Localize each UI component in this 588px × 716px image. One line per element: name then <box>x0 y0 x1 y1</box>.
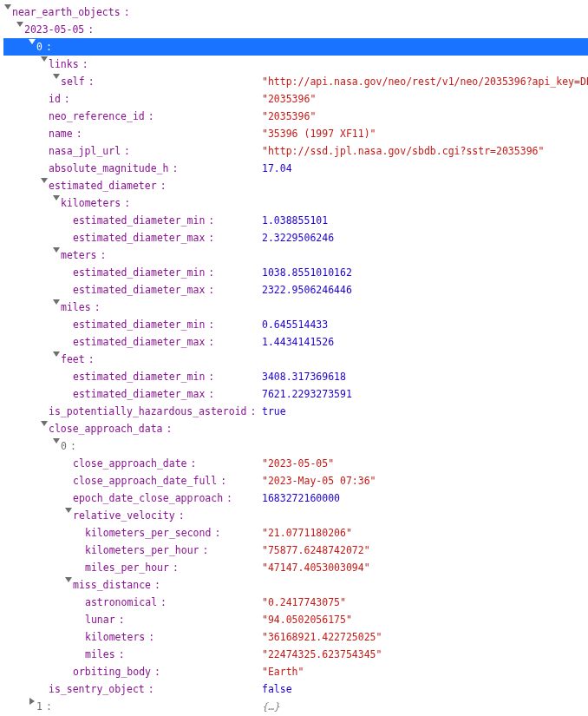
tree-row[interactable]: kilometers_per_hour:"75877.6248742072" <box>3 542 588 559</box>
colon: : <box>208 281 214 299</box>
tree-key[interactable]: near_earth_objects: <box>12 3 130 21</box>
tree-row[interactable]: estimated_diameter_max:2.3229506246 <box>3 229 588 246</box>
tree-row[interactable]: id:"2035396" <box>3 90 588 108</box>
tree-row[interactable]: kilometers_per_second:"21.0771180206" <box>3 524 588 542</box>
tree-key[interactable]: estimated_diameter_max: <box>73 385 214 403</box>
tree-key[interactable]: estimated_diameter_max: <box>73 333 214 351</box>
tree-key[interactable]: estimated_diameter_min: <box>73 316 214 333</box>
tree-key[interactable]: close_approach_date: <box>73 455 197 472</box>
tree-key[interactable]: kilometers_per_second: <box>85 524 220 542</box>
twisty-icon[interactable] <box>40 56 49 62</box>
twisty-icon[interactable] <box>52 194 61 201</box>
twisty-icon[interactable] <box>64 576 73 583</box>
twisty-icon[interactable] <box>52 437 61 444</box>
tree-key[interactable]: is_potentially_hazardous_asteroid: <box>49 403 256 420</box>
value-col: 1683272160000 <box>262 489 340 507</box>
tree-key[interactable]: miles: <box>61 299 101 316</box>
tree-row[interactable]: neo_reference_id:"2035396" <box>3 108 588 125</box>
tree-key[interactable]: kilometers: <box>61 194 130 212</box>
tree-row[interactable]: miss_distance: <box>3 576 588 594</box>
tree-row[interactable]: kilometers:"36168921.422725025" <box>3 628 588 646</box>
tree-key[interactable]: kilometers: <box>85 628 154 646</box>
tree-row[interactable]: meters: <box>3 246 588 264</box>
tree-key[interactable]: estimated_diameter_max: <box>73 229 214 246</box>
tree-key[interactable]: 1: <box>36 698 52 715</box>
twisty-icon[interactable] <box>52 299 61 305</box>
tree-key[interactable]: nasa_jpl_url: <box>49 142 130 160</box>
tree-row[interactable]: self:"http://api.nasa.gov/neo/rest/v1/ne… <box>3 73 588 90</box>
tree-key[interactable]: close_approach_data: <box>49 420 173 437</box>
tree-row[interactable]: estimated_diameter_max:2322.9506246446 <box>3 281 588 299</box>
tree-row[interactable]: absolute_magnitude_h:17.04 <box>3 160 588 177</box>
tree-row[interactable]: miles:"22474325.623754345" <box>3 646 588 663</box>
twisty-icon[interactable] <box>52 73 61 80</box>
twisty-icon[interactable] <box>40 177 49 184</box>
tree-key[interactable]: 2023-05-05: <box>24 21 94 38</box>
tree-row[interactable]: miles: <box>3 299 588 316</box>
tree-key[interactable]: orbiting_body: <box>73 663 160 680</box>
tree-key[interactable]: estimated_diameter_max: <box>73 281 214 299</box>
twisty-icon[interactable] <box>16 21 24 28</box>
twisty-icon[interactable] <box>52 246 61 253</box>
twisty-icon[interactable] <box>40 420 49 427</box>
tree-key[interactable]: kilometers_per_hour: <box>85 542 209 559</box>
tree-key[interactable]: neo_reference_id: <box>49 108 154 125</box>
tree-row[interactable]: estimated_diameter: <box>3 177 588 194</box>
tree-row[interactable]: estimated_diameter_min:1.038855101 <box>3 212 588 229</box>
tree-row[interactable]: 2023-05-05: <box>3 21 588 38</box>
tree-row[interactable]: estimated_diameter_max:7621.2293273591 <box>3 385 588 403</box>
tree-row[interactable]: name:"35396 (1997 XF11)" <box>3 125 588 142</box>
tree-row[interactable]: relative_velocity: <box>3 507 588 524</box>
tree-row[interactable]: near_earth_objects: <box>3 3 588 21</box>
tree-row[interactable]: lunar:"94.0502056175" <box>3 611 588 628</box>
tree-row[interactable]: 0: <box>3 38 588 56</box>
tree-row[interactable]: astronomical:"0.2417743075" <box>3 594 588 611</box>
tree-row[interactable]: links: <box>3 56 588 73</box>
tree-row[interactable]: is_potentially_hazardous_asteroid:true <box>3 403 588 420</box>
tree-key[interactable]: close_approach_date_full: <box>73 472 226 489</box>
tree-key[interactable]: meters: <box>61 246 106 264</box>
tree-key[interactable]: relative_velocity: <box>73 507 185 524</box>
tree-row[interactable]: estimated_diameter_min:3408.317369618 <box>3 368 588 385</box>
tree-key[interactable]: is_sentry_object: <box>49 680 154 698</box>
tree-key[interactable]: estimated_diameter: <box>49 177 167 194</box>
tree-key[interactable]: miss_distance: <box>73 576 160 594</box>
tree-row[interactable]: estimated_diameter_min:0.645514433 <box>3 316 588 333</box>
tree-key[interactable]: estimated_diameter_min: <box>73 368 214 385</box>
tree-row[interactable]: close_approach_date_full:"2023-May-05 07… <box>3 472 588 489</box>
tree-key[interactable]: self: <box>61 73 95 90</box>
tree-key[interactable]: epoch_date_close_approach: <box>73 489 232 507</box>
tree-value: "75877.6248742072" <box>262 544 370 556</box>
tree-key[interactable]: feet: <box>61 351 95 368</box>
twisty-icon[interactable] <box>28 698 36 705</box>
tree-key[interactable]: name: <box>49 125 82 142</box>
tree-key[interactable]: miles: <box>85 646 125 663</box>
tree-key[interactable]: estimated_diameter_min: <box>73 264 214 281</box>
tree-row[interactable]: 0: <box>3 437 588 455</box>
twisty-icon[interactable] <box>52 351 61 358</box>
tree-row[interactable]: feet: <box>3 351 588 368</box>
twisty-icon[interactable] <box>28 38 36 45</box>
tree-key[interactable]: 0: <box>61 437 76 455</box>
tree-row[interactable]: miles_per_hour:"47147.4053003094" <box>3 559 588 576</box>
tree-key[interactable]: estimated_diameter_min: <box>73 212 214 229</box>
tree-key[interactable]: absolute_magnitude_h: <box>49 160 178 177</box>
tree-row[interactable]: close_approach_data: <box>3 420 588 437</box>
tree-key[interactable]: id: <box>49 90 70 108</box>
twisty-icon[interactable] <box>64 507 73 514</box>
tree-key[interactable]: miles_per_hour: <box>85 559 179 576</box>
tree-row[interactable]: is_sentry_object:false <box>3 680 588 698</box>
tree-row[interactable]: kilometers: <box>3 194 588 212</box>
tree-key[interactable]: astronomical: <box>85 594 167 611</box>
tree-row[interactable]: 1:{…} <box>3 698 588 715</box>
tree-row[interactable]: estimated_diameter_max:1.4434141526 <box>3 333 588 351</box>
tree-key[interactable]: 0: <box>36 38 52 56</box>
tree-row[interactable]: orbiting_body:"Earth" <box>3 663 588 680</box>
tree-key[interactable]: lunar: <box>85 611 125 628</box>
tree-key[interactable]: links: <box>49 56 88 73</box>
twisty-icon[interactable] <box>3 3 12 10</box>
tree-row[interactable]: estimated_diameter_min:1038.8551010162 <box>3 264 588 281</box>
tree-row[interactable]: close_approach_date:"2023-05-05" <box>3 455 588 472</box>
tree-row[interactable]: epoch_date_close_approach:1683272160000 <box>3 489 588 507</box>
tree-row[interactable]: nasa_jpl_url:"http://ssd.jpl.nasa.gov/sb… <box>3 142 588 160</box>
